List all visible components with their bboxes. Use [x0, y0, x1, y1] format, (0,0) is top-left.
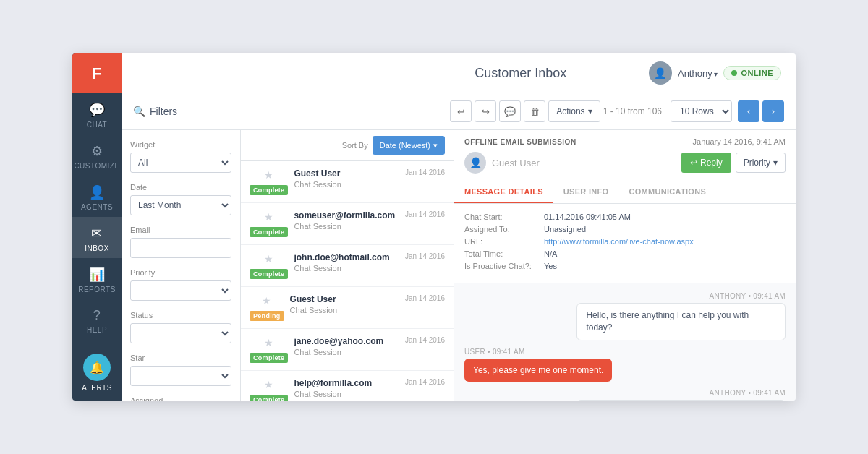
alerts-icon: 🔔: [83, 354, 111, 381]
content-area: 🔍 Filters ↩ ↪ 💬 🗑 Actions ▾ 1 - 10 from …: [122, 93, 796, 401]
chat-items: ★ Complete Guest User Chat Session Jan 1…: [241, 161, 454, 401]
chat-left: ★ Complete: [250, 252, 288, 279]
chat-type: Chat Session: [294, 180, 399, 189]
pagination-info: 1 - 10 from 106: [603, 106, 662, 116]
status-badge: Pending: [250, 311, 284, 321]
chat-info: jane.doe@yahoo.com Chat Session: [294, 336, 399, 356]
reply-button[interactable]: ↩ Reply: [681, 153, 731, 173]
priority-button[interactable]: Priority ▾: [736, 153, 786, 173]
sidebar-item-customize-label: CUSTOMIZE: [74, 162, 119, 170]
filters-panel: Widget All Date Last Month Email: [122, 130, 241, 401]
star-icon[interactable]: ★: [264, 169, 273, 181]
chat-type: Chat Session: [290, 306, 399, 314]
actions-button[interactable]: Actions ▾: [548, 100, 600, 122]
filter-icon: 🔍: [133, 106, 145, 117]
chat-start-key: Chat Start:: [464, 213, 544, 221]
star-icon[interactable]: ★: [264, 337, 273, 348]
status-badge[interactable]: ONLINE: [723, 66, 781, 80]
sidebar-alerts[interactable]: 🔔 Alerts: [72, 346, 122, 401]
status-badge: Complete: [250, 185, 288, 195]
detail-panel: OFFLINE EMAIL SUBMISSION January 14 2016…: [454, 130, 796, 401]
chat-btn[interactable]: 💬: [499, 100, 521, 122]
chat-item[interactable]: ★ Complete john.doe@hotmail.com Chat Ses…: [241, 245, 454, 287]
prev-page-btn[interactable]: ‹: [738, 100, 760, 122]
status-badge: Complete: [250, 269, 288, 279]
assigned-to-row: Assigned To: Unassigned: [464, 225, 786, 234]
toolbar-left: 🔍 Filters: [133, 106, 177, 117]
filter-email: Email: [130, 226, 231, 258]
total-time-key: Total Time:: [464, 249, 544, 258]
sidebar-item-customize[interactable]: ⚙ CUSTOMIZE: [72, 134, 122, 176]
url-val[interactable]: http://www.formilla.com/live-chat-now.as…: [544, 237, 694, 246]
help-icon: ?: [93, 308, 101, 323]
sidebar-item-inbox[interactable]: ✉ INBOX: [72, 217, 122, 258]
detail-btns: ↩ Reply Priority ▾: [681, 153, 786, 173]
filter-assigned: Assigned: [130, 396, 231, 401]
sidebar-item-reports[interactable]: 📊 REPORTS: [72, 258, 122, 299]
status-label: Status: [130, 311, 231, 320]
sidebar-item-reports-label: REPORTS: [78, 286, 116, 294]
star-icon[interactable]: ★: [264, 253, 273, 265]
sidebar: F 💬 CHAT ⚙ CUSTOMIZE 👤 AGENTS ✉ INBOX 📊 …: [72, 53, 122, 401]
chat-date: Jan 14 2016: [405, 336, 445, 344]
toolbar-actions: ↩ ↪ 💬 🗑 Actions ▾ 1 - 10 from 106 10 Row…: [450, 100, 784, 122]
chat-date: Jan 14 2016: [405, 378, 445, 386]
reports-icon: 📊: [89, 267, 106, 283]
priority-select[interactable]: [130, 280, 231, 301]
sidebar-item-help[interactable]: ? HELP: [72, 299, 122, 340]
star-icon[interactable]: ★: [264, 379, 273, 390]
widget-label: Widget: [130, 140, 231, 149]
sidebar-item-chat[interactable]: 💬 CHAT: [72, 93, 122, 134]
message-row: USER • 09:41 AM Yes, please give me one …: [464, 348, 786, 382]
chat-left: ★ Complete: [250, 168, 288, 195]
sidebar-item-help-label: HELP: [87, 326, 107, 334]
widget-select[interactable]: All: [130, 153, 231, 173]
star-select[interactable]: [130, 366, 231, 386]
chat-item[interactable]: ★ Complete someuser@formilla.com Chat Se…: [241, 203, 454, 245]
reply-btn[interactable]: ↩: [450, 100, 472, 122]
email-input[interactable]: [130, 238, 231, 258]
status-select[interactable]: [130, 323, 231, 343]
email-label: Email: [130, 226, 231, 234]
chat-left: ★ Complete: [250, 378, 288, 401]
rows-select[interactable]: 10 Rows: [671, 100, 732, 122]
filter-status: Status: [130, 311, 231, 343]
user-name[interactable]: Anthony: [678, 68, 718, 79]
detail-avatar: 👤: [464, 152, 486, 174]
chat-type: Chat Session: [294, 264, 399, 273]
tab-communications[interactable]: COMMUNICATIONS: [618, 181, 716, 203]
proactive-val: Yes: [544, 262, 557, 270]
detail-user-row: 👤 Guest User ↩ Reply Priority: [464, 152, 786, 181]
date-select[interactable]: Last Month: [130, 195, 231, 215]
chat-item[interactable]: ★ Complete help@formilla.com Chat Sessio…: [241, 371, 454, 401]
detail-username: Guest User: [492, 158, 540, 168]
sidebar-nav: 💬 CHAT ⚙ CUSTOMIZE 👤 AGENTS ✉ INBOX 📊 RE…: [72, 93, 122, 346]
forward-btn[interactable]: ↪: [475, 100, 496, 122]
detail-date: January 14 2016, 9:41 AM: [693, 137, 786, 146]
chat-name: Guest User: [294, 168, 399, 179]
msg-meta: USER • 09:41 AM: [464, 348, 525, 356]
url-key: URL:: [464, 237, 544, 246]
tab-user-info[interactable]: USER INFO: [553, 181, 619, 203]
tab-message-details[interactable]: MESSAGE DETAILS: [454, 181, 553, 203]
delete-btn[interactable]: 🗑: [524, 100, 545, 122]
chat-date: Jan 14 2016: [405, 294, 445, 302]
sort-btn[interactable]: Date (Newest) ▾: [373, 136, 445, 155]
chat-item[interactable]: ★ Pending Guest User Chat Session Jan 14…: [241, 287, 454, 329]
chat-list: Sort By Date (Newest) ▾ ★ Complete Guest…: [241, 130, 454, 401]
next-page-btn[interactable]: ›: [762, 100, 784, 122]
priority-label: Priority: [130, 268, 231, 277]
sidebar-item-agents[interactable]: 👤 AGENTS: [72, 176, 122, 217]
star-icon[interactable]: ★: [264, 211, 273, 223]
status-badge: Complete: [250, 227, 288, 237]
customize-icon: ⚙: [91, 143, 103, 159]
star-icon[interactable]: ★: [262, 295, 271, 307]
chat-info: someuser@formilla.com Chat Session: [294, 210, 399, 231]
chat-left: ★ Complete: [250, 210, 288, 237]
chat-item[interactable]: ★ Complete jane.doe@yahoo.com Chat Sessi…: [241, 329, 454, 371]
agents-icon: 👤: [89, 184, 106, 200]
filter-priority: Priority: [130, 268, 231, 301]
chat-item[interactable]: ★ Complete Guest User Chat Session Jan 1…: [241, 161, 454, 203]
chat-left: ★ Pending: [250, 294, 284, 321]
sidebar-logo[interactable]: F: [72, 53, 122, 93]
